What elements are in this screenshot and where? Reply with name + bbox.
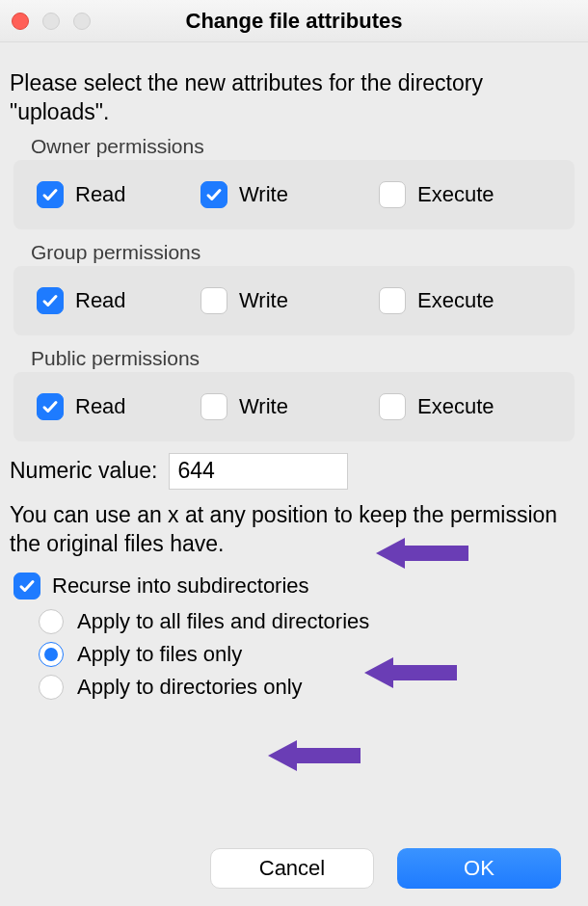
close-icon[interactable]	[12, 13, 29, 30]
svg-marker-2	[268, 740, 361, 771]
numeric-value-input[interactable]	[169, 453, 348, 490]
dialog-content: Please select the new attributes for the…	[0, 42, 588, 700]
arrow-icon	[268, 734, 364, 777]
public-permissions-label: Public permissions	[31, 347, 578, 370]
apply-all-radio[interactable]	[39, 609, 64, 634]
public-read-checkbox[interactable]	[37, 393, 64, 420]
public-read-label: Read	[75, 394, 126, 419]
group-write-checkbox[interactable]	[200, 287, 227, 314]
recurse-label: Recurse into subdirectories	[52, 573, 309, 599]
group-execute-checkbox[interactable]	[379, 287, 406, 314]
intro-text: Please select the new attributes for the…	[10, 69, 578, 127]
public-permissions-box: Read Write Execute	[13, 372, 575, 441]
apply-dirs-label: Apply to directories only	[77, 675, 303, 700]
owner-write-label: Write	[239, 182, 288, 207]
group-read-label: Read	[75, 288, 126, 313]
window-controls	[12, 13, 91, 30]
public-execute-label: Execute	[417, 394, 494, 419]
apply-all-label: Apply to all files and directories	[77, 609, 369, 634]
group-write-label: Write	[239, 288, 288, 313]
group-permissions-box: Read Write Execute	[13, 266, 575, 335]
owner-execute-checkbox[interactable]	[379, 181, 406, 208]
owner-permissions-label: Owner permissions	[31, 135, 578, 158]
group-permissions-label: Group permissions	[31, 241, 578, 264]
apply-files-label: Apply to files only	[77, 642, 242, 667]
public-write-label: Write	[239, 394, 288, 419]
owner-read-checkbox[interactable]	[37, 181, 64, 208]
dialog-buttons: Cancel OK	[210, 848, 561, 889]
recurse-checkbox[interactable]	[13, 573, 40, 600]
owner-permissions-box: Read Write Execute	[13, 160, 575, 229]
hint-text: You can use an x at any position to keep…	[10, 501, 578, 559]
group-read-checkbox[interactable]	[37, 287, 64, 314]
ok-button[interactable]: OK	[397, 848, 561, 889]
group-execute-label: Execute	[417, 288, 494, 313]
apply-radio-group: Apply to all files and directories Apply…	[39, 609, 578, 700]
apply-files-radio[interactable]	[39, 642, 64, 667]
public-write-checkbox[interactable]	[200, 393, 227, 420]
apply-dirs-radio[interactable]	[39, 675, 64, 700]
public-execute-checkbox[interactable]	[379, 393, 406, 420]
cancel-button[interactable]: Cancel	[210, 848, 374, 889]
titlebar: Change file attributes	[0, 0, 588, 42]
owner-execute-label: Execute	[417, 182, 494, 207]
numeric-value-label: Numeric value:	[10, 458, 157, 484]
minimize-icon[interactable]	[42, 13, 60, 30]
owner-read-label: Read	[75, 182, 126, 207]
zoom-icon[interactable]	[73, 13, 91, 30]
owner-write-checkbox[interactable]	[200, 181, 227, 208]
